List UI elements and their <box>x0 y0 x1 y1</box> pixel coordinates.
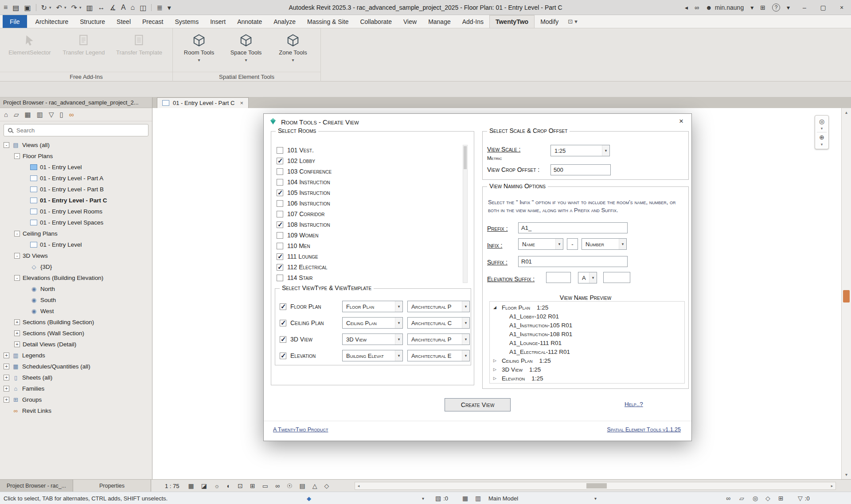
room-checkbox[interactable] <box>277 232 283 239</box>
viewtype-checkbox[interactable] <box>280 303 286 310</box>
thin-lines-icon[interactable]: ≣ <box>156 4 162 12</box>
select-links-icon[interactable]: ∞ <box>726 492 730 504</box>
room-checkbox[interactable] <box>277 147 283 154</box>
chevron-down-icon[interactable]: ▾ <box>821 142 823 147</box>
tree-item-sheets[interactable]: +▯Sheets (all) <box>0 372 152 383</box>
document-icon[interactable]: ▯ <box>60 111 63 119</box>
tree-item-view[interactable]: ◉South <box>0 295 152 306</box>
view-scale-dropdown[interactable]: 1:25▾ <box>550 145 610 156</box>
help-icon[interactable]: ? <box>772 4 780 12</box>
scroll-right-icon[interactable]: ▸ <box>828 482 835 489</box>
app-menu-icon[interactable]: ≡ <box>4 4 8 12</box>
tree-item-sections-wall[interactable]: +Sections (Wall Section) <box>0 328 152 339</box>
tree-expander[interactable]: + <box>4 397 9 403</box>
tab-manage[interactable]: Manage <box>422 15 457 28</box>
tree-item-schedules[interactable]: +▦Schedules/Quantities (all) <box>0 361 152 372</box>
design-options-dropdown[interactable]: Main Model ▾ <box>487 492 598 504</box>
tree-item-groups[interactable]: +⊞Groups <box>0 394 152 405</box>
tab-insert[interactable]: Insert <box>204 15 231 28</box>
reveal-hidden-elements-icon[interactable]: ☉ <box>287 482 293 489</box>
drag-selection-icon[interactable]: ⊞ <box>778 492 784 504</box>
infix-number-dropdown[interactable]: Number▾ <box>582 238 627 250</box>
tree-item-view[interactable]: 01 - Entry Level <box>0 239 152 250</box>
redo-icon[interactable]: ↷ <box>71 4 77 12</box>
tab-add-ins[interactable]: Add-Ins <box>457 15 489 28</box>
room-checkbox[interactable] <box>277 221 283 228</box>
account-menu[interactable]: ☻ min.naung <box>706 4 744 11</box>
shadows-icon[interactable]: ◐ <box>227 482 230 489</box>
product-link[interactable]: A TwentyTwo Product <box>273 426 328 433</box>
chevron-down-icon[interactable]: ▾ <box>79 5 82 10</box>
help-link[interactable]: Help..? <box>625 401 643 407</box>
horizontal-scrollbar[interactable]: ◂ ▸ <box>355 482 836 490</box>
tree-item-legends[interactable]: +▥Legends <box>0 350 152 361</box>
tab-file[interactable]: File <box>3 15 27 28</box>
link-icon[interactable]: ∞ <box>69 111 74 118</box>
tree-expand-icon[interactable]: ▷ <box>493 358 499 363</box>
ribbon-display-options[interactable]: ⊡ ▾ <box>568 15 577 28</box>
sheet-list-icon[interactable]: ▥ <box>37 111 43 119</box>
view-tab[interactable]: 01 - Entry Level - Part C × <box>157 97 249 108</box>
tree-item-revit-links[interactable]: ∞Revit Links <box>0 405 152 416</box>
tab-architecture[interactable]: Architecture <box>30 15 74 28</box>
tree-expander[interactable]: - <box>14 153 20 159</box>
room-checkbox[interactable] <box>277 253 283 260</box>
print-icon[interactable]: ▥ <box>86 4 93 12</box>
measure-icon[interactable]: ↔ <box>98 4 105 12</box>
scroll-up-icon[interactable]: ▴ <box>842 108 851 117</box>
tree-expander[interactable]: + <box>4 364 9 369</box>
tree-item-view[interactable]: ◉West <box>0 306 152 317</box>
tree-expand-icon[interactable]: ▷ <box>493 367 499 372</box>
preview-view-name[interactable]: A1_Instruction-108 R01 <box>490 330 684 338</box>
search-box[interactable] <box>4 124 148 136</box>
tree-expand-icon[interactable]: ▷ <box>493 376 499 380</box>
chevron-down-icon[interactable]: ▾ <box>245 58 247 63</box>
create-view-button[interactable]: Create View <box>445 398 511 411</box>
open-icon[interactable]: ▤ <box>12 4 19 12</box>
detail-level-icon[interactable]: ▦ <box>188 482 194 489</box>
visual-style-icon[interactable]: ◪ <box>201 482 207 489</box>
tree-item-active-view[interactable]: 01 - Entry Level - Part C <box>0 195 152 206</box>
view-template-dropdown[interactable]: Architectural P▾ <box>407 333 470 345</box>
tab-view[interactable]: View <box>398 15 422 28</box>
text-icon[interactable]: A <box>121 4 126 12</box>
undo-icon[interactable]: ↶ <box>56 4 62 12</box>
space-tools-button[interactable]: Space Tools ▾ <box>223 32 269 62</box>
room-checkbox[interactable] <box>277 190 283 196</box>
tree-expander[interactable]: + <box>4 375 9 380</box>
project-browser-header[interactable]: Project Browser - rac_advanced_sample_pr… <box>0 97 152 108</box>
tab-analyze[interactable]: Analyze <box>268 15 301 28</box>
filter-icon[interactable]: ▽ <box>49 111 54 119</box>
chevron-down-icon[interactable]: ▾ <box>64 5 66 10</box>
show-rendering-icon[interactable]: ⊡ <box>238 482 243 489</box>
tab-steel[interactable]: Steel <box>111 15 137 28</box>
search-input[interactable] <box>16 127 144 134</box>
design-options-icon[interactable]: ▥ <box>475 492 481 504</box>
room-checkbox[interactable] <box>277 200 283 207</box>
tab-project-browser[interactable]: Project Browser - rac_... <box>0 480 73 492</box>
scroll-left-icon[interactable]: ◂ <box>355 482 362 489</box>
infix-name-dropdown[interactable]: Name▾ <box>518 238 563 250</box>
tree-item-view[interactable]: ◇{3D} <box>0 261 152 272</box>
tree-item-3d-views[interactable]: -3D Views <box>0 250 152 261</box>
preview-parent-row[interactable]: ▷Ceiling Plan1:25 <box>490 356 684 365</box>
dialog-close-button[interactable]: × <box>671 114 691 129</box>
reveal-constraints-icon[interactable]: ◇ <box>324 482 329 489</box>
select-underlay-icon[interactable]: ▱ <box>739 492 744 504</box>
room-row[interactable]: 105 Instruction <box>275 187 468 198</box>
minimize-button[interactable]: – <box>795 0 814 15</box>
scrollbar-thumb[interactable] <box>586 483 607 488</box>
view-type-dropdown[interactable]: 3D View▾ <box>342 333 403 345</box>
view-type-dropdown[interactable]: Building Elevat▾ <box>342 350 403 361</box>
preview-view-name[interactable]: A1_Instruction-105 R01 <box>490 321 684 330</box>
room-row[interactable]: 112 Electrical <box>275 262 468 272</box>
suffix-input[interactable] <box>518 256 628 267</box>
room-list-scrollbar[interactable] <box>463 145 468 283</box>
preview-parent-row[interactable]: ▷3D View1:25 <box>490 365 684 374</box>
room-checkbox[interactable] <box>277 243 283 249</box>
tree-expander[interactable]: - <box>4 142 9 148</box>
tree-expander[interactable]: + <box>4 386 9 392</box>
tab-massing-site[interactable]: Massing & Site <box>301 15 354 28</box>
room-checkbox[interactable] <box>277 158 283 164</box>
preview-parent-row[interactable]: ▷Elevation1:25 <box>490 374 684 383</box>
